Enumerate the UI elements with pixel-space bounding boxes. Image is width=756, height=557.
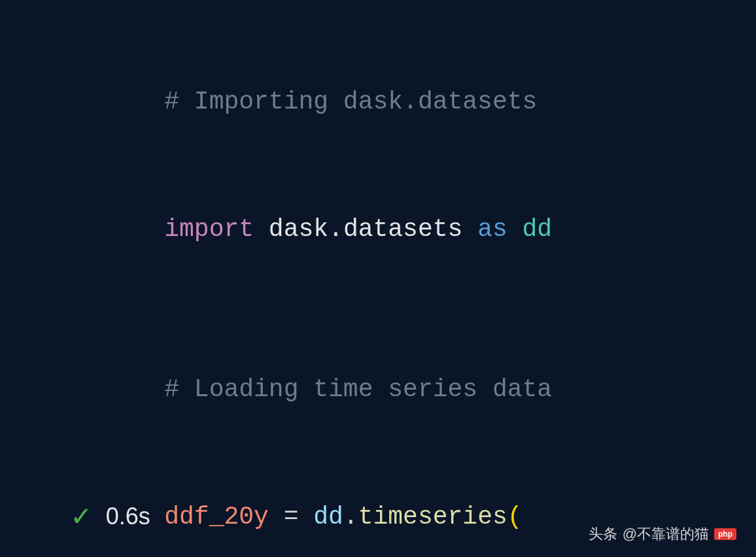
object-ref: dd <box>313 503 343 531</box>
function-name: timeseries <box>358 503 507 531</box>
code-editor: # Importing dask.datasets import dask.da… <box>0 0 756 557</box>
equals-operator: = <box>269 503 313 531</box>
comment-text: # Importing dask.datasets <box>164 88 537 116</box>
execution-time: 0.6s <box>106 503 150 530</box>
watermark: 头条 @不靠谱的猫 php <box>589 524 736 544</box>
execution-status: ✓ 0.6s <box>72 498 150 535</box>
variable-name: ddf_20y <box>164 503 269 531</box>
comment-text: # Loading time series data <box>164 375 552 403</box>
code-line-comment: # Importing dask.datasets <box>105 46 756 158</box>
module-name <box>254 215 269 243</box>
module-name: dask.datasets <box>269 215 462 243</box>
code-line-import: import dask.datasets as dd <box>105 173 756 285</box>
watermark-handle: @不靠谱的猫 <box>623 524 709 544</box>
keyword-as: as <box>477 215 507 243</box>
open-paren: ( <box>507 503 523 531</box>
watermark-logo: php <box>714 528 736 540</box>
alias-name: dd <box>523 215 553 243</box>
dot-accessor: . <box>343 503 358 531</box>
code-line-comment: # Loading time series data <box>105 333 756 445</box>
success-check-icon: ✓ <box>72 498 90 535</box>
blank-line <box>105 301 756 333</box>
watermark-source: 头条 <box>589 524 617 544</box>
keyword-import: import <box>164 215 254 243</box>
